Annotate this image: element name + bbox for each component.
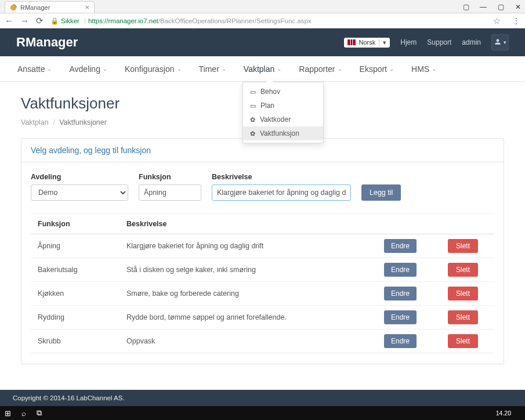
app-footer: Copyright © 2014-16 LabChannel AS.	[0, 390, 525, 406]
table-row: SkrubbOppvaskEndreSlett	[31, 330, 494, 353]
nav-timer[interactable]: Timer⌄	[199, 64, 226, 74]
nav-konfigurasjon[interactable]: Konfigurasjon⌄	[125, 64, 182, 74]
chevron-down-icon: ⌄	[389, 66, 394, 72]
functions-table: Funksjon Beskrivelse ÅpningKlargjøre bak…	[31, 213, 494, 353]
app-header: RManager Norsk ▾ Hjem Support admin ▾	[0, 28, 525, 56]
flag-icon	[347, 39, 356, 45]
favicon-icon	[10, 4, 17, 11]
back-icon[interactable]: ←	[5, 16, 13, 26]
cell-funksjon: Åpning	[31, 234, 120, 258]
avdeling-select[interactable]: Demo	[31, 184, 128, 201]
dropdown-item-vaktkoder[interactable]: ✿Vaktkoder	[243, 113, 323, 126]
user-menu[interactable]: ▾	[491, 34, 509, 50]
admin-link[interactable]: admin	[462, 38, 481, 46]
browser-toolbar: ← → ⟳ 🔒 Sikker | https://rmanager.io7.ne…	[0, 13, 525, 28]
breadcrumb-current: Vaktfunksjoner	[59, 118, 107, 126]
chevron-down-icon: ▾	[504, 39, 506, 45]
chevron-down-icon: ⌄	[177, 66, 182, 72]
forward-icon[interactable]: →	[20, 16, 29, 26]
table-row: RyddingRydde bord, tømme søppel og annet…	[31, 306, 494, 330]
cell-funksjon: Skrubb	[31, 330, 120, 353]
vaktplan-dropdown: ▭Behov ▭Plan ✿Vaktkoder ✿Vaktfunksjon	[242, 82, 324, 143]
account-icon[interactable]: ▢	[462, 3, 469, 11]
close-window-icon[interactable]: ✕	[515, 3, 522, 11]
chevron-down-icon: ⌄	[103, 66, 107, 72]
support-link[interactable]: Support	[427, 38, 451, 46]
lock-icon: 🔒	[50, 17, 59, 25]
user-icon	[494, 38, 502, 48]
task-view-icon[interactable]: ⧉	[37, 408, 42, 418]
nav-ansatte[interactable]: Ansatte⌄	[17, 64, 52, 74]
chevron-down-icon: ⌄	[338, 66, 342, 72]
chevron-down-icon: ⌄	[277, 66, 281, 72]
tab-title: RManager	[20, 4, 50, 11]
main-nav: Ansatte⌄ Avdeling⌄ Konfigurasjon⌄ Timer⌄…	[0, 56, 525, 82]
edit-button[interactable]: Endre	[384, 263, 417, 277]
delete-button[interactable]: Slett	[448, 263, 478, 277]
dropdown-item-plan[interactable]: ▭Plan	[243, 99, 323, 113]
reload-icon[interactable]: ⟳	[36, 16, 44, 26]
beskrivelse-input[interactable]	[212, 184, 351, 201]
edit-button[interactable]: Endre	[384, 310, 417, 324]
edit-button[interactable]: Endre	[384, 334, 417, 348]
table-row: ÅpningKlargjøre bakeriet for åpning og d…	[31, 234, 494, 258]
bookmark-icon[interactable]: ☆	[493, 16, 501, 26]
table-row: BakeriutsalgStå i disken og selge kaker,…	[31, 258, 494, 282]
nav-rapporter[interactable]: Rapporter⌄	[299, 64, 342, 74]
close-tab-icon[interactable]: ×	[85, 3, 89, 12]
dropdown-item-behov[interactable]: ▭Behov	[243, 85, 323, 99]
gear-icon: ✿	[250, 130, 255, 137]
brand-logo[interactable]: RManager	[16, 35, 78, 50]
clock[interactable]: 14.20	[496, 410, 511, 417]
breadcrumb-root[interactable]: Vaktplan	[21, 118, 49, 126]
cell-beskrivelse: Klargjøre bakeriet for åpning og daglig …	[120, 234, 369, 258]
tablet-icon: ▭	[250, 102, 256, 110]
beskrivelse-label: Beskrivelse	[212, 173, 351, 181]
edit-button[interactable]: Endre	[384, 287, 417, 300]
maximize-icon[interactable]: ▢	[497, 3, 504, 11]
chevron-down-icon: ⌄	[222, 66, 226, 72]
gear-icon: ✿	[250, 116, 255, 124]
minimize-icon[interactable]: —	[480, 3, 487, 11]
add-button[interactable]: Legg til	[361, 184, 401, 201]
nav-eksport[interactable]: Eksport⌄	[360, 64, 394, 74]
browser-tab-strip: RManager × ▢ — ▢ ✕	[0, 0, 525, 13]
nav-hms[interactable]: HMS⌄	[411, 64, 436, 74]
tablet-icon: ▭	[250, 88, 256, 96]
search-icon[interactable]: ⌕	[21, 409, 26, 418]
cell-beskrivelse: Oppvask	[120, 330, 369, 353]
chevron-down-icon: ⌄	[47, 66, 52, 72]
copyright: Copyright © 2014-16 LabChannel AS.	[13, 394, 125, 401]
nav-vaktplan[interactable]: Vaktplan⌄	[244, 64, 281, 74]
url-bar[interactable]: 🔒 Sikker | https://rmanager.io7.net /Bac…	[50, 17, 486, 25]
browser-tab[interactable]: RManager ×	[5, 1, 95, 13]
funksjon-input[interactable]	[139, 184, 201, 201]
function-panel: Velg avdeling, og legg til funksjon Avde…	[21, 138, 504, 364]
funksjon-label: Funksjon	[139, 173, 201, 181]
dropdown-item-vaktfunksjon[interactable]: ✿Vaktfunksjon	[243, 126, 323, 140]
nav-avdeling[interactable]: Avdeling⌄	[69, 64, 107, 74]
delete-button[interactable]: Slett	[448, 287, 478, 300]
delete-button[interactable]: Slett	[448, 310, 478, 324]
cell-funksjon: Bakeriutsalg	[31, 258, 120, 282]
cell-beskrivelse: Rydde bord, tømme søppel og annet forefa…	[120, 306, 369, 330]
cell-funksjon: Kjøkken	[31, 282, 120, 306]
windows-taskbar: ⊞ ⌕ ⧉ 14.20	[0, 406, 525, 420]
language-label: Norsk	[359, 39, 376, 46]
language-selector[interactable]: Norsk ▾	[344, 38, 390, 48]
home-link[interactable]: Hjem	[400, 38, 417, 46]
cell-beskrivelse: Smøre, bake og forberede catering	[120, 282, 369, 306]
secure-label: Sikker	[61, 17, 79, 24]
chevron-down-icon: ⌄	[432, 66, 436, 72]
cell-funksjon: Rydding	[31, 306, 120, 330]
cell-beskrivelse: Stå i disken og selge kaker, inkl smørin…	[120, 258, 369, 282]
url-host: https://rmanager.io7.net	[88, 17, 158, 24]
delete-button[interactable]: Slett	[448, 239, 478, 253]
th-funksjon: Funksjon	[31, 214, 120, 234]
browser-menu-icon[interactable]: ⋮	[512, 16, 520, 26]
avdeling-label: Avdeling	[31, 173, 128, 181]
edit-button[interactable]: Endre	[384, 239, 417, 253]
chevron-down-icon: ▾	[379, 39, 386, 46]
delete-button[interactable]: Slett	[448, 334, 478, 348]
start-icon[interactable]: ⊞	[5, 409, 11, 418]
